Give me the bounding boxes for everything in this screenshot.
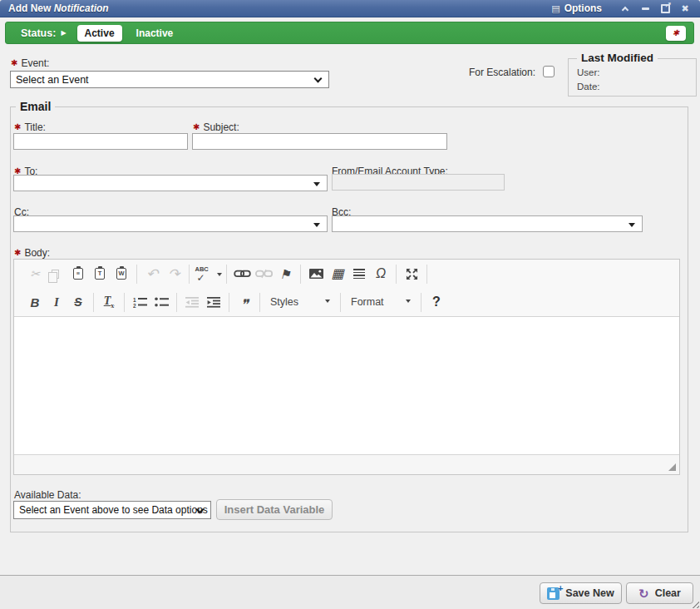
paste-word-icon: W — [116, 268, 126, 280]
dialog-footer: + Save New ↻ Clear — [0, 575, 700, 609]
horizontal-line-button[interactable] — [348, 263, 370, 285]
toolbar-separator — [421, 293, 421, 312]
status-inactive-button[interactable]: Inactive — [136, 27, 174, 39]
subject-label: ✱Subject: — [193, 121, 239, 133]
editor-toolbar-row-2: B I S Tx 12 ❞ Styles Format — [14, 288, 679, 316]
toolbar-separator — [340, 293, 341, 312]
options-button[interactable]: ▤ Options — [551, 2, 602, 14]
paste-plain-text-button[interactable]: T — [89, 263, 111, 285]
cut-button[interactable]: ✂ — [24, 263, 46, 285]
dropdown-arrow-icon — [629, 223, 635, 230]
outdent-icon — [185, 297, 199, 308]
editor-status-bar — [14, 455, 679, 474]
body-editor: ✂ ≡ T W ↶ ↷ ABC✓ ⚑ ▦ — [13, 259, 680, 475]
title-input[interactable] — [13, 133, 188, 150]
insert-image-button[interactable] — [305, 263, 327, 285]
add-new-notification-window: { "ui": { "asterisk": "✱" }, "colors": {… — [0, 0, 700, 609]
table-icon: ▦ — [331, 267, 343, 280]
last-modified-fieldset: Last Modified User: Date: — [568, 58, 697, 97]
remove-format-icon: Tx — [104, 295, 115, 309]
strikethrough-icon: S — [74, 296, 81, 308]
scissors-icon: ✂ — [30, 268, 40, 280]
required-icon: ✱ — [14, 123, 21, 131]
insert-data-variable-button[interactable]: Insert Data Variable — [216, 499, 333, 520]
bold-icon: B — [31, 296, 40, 309]
available-data-label: Available Data: — [14, 489, 81, 501]
save-new-button[interactable]: + Save New — [540, 582, 622, 604]
spellcheck-icon: ABC✓ — [195, 265, 213, 283]
spell-check-button[interactable]: ABC✓ — [194, 263, 222, 285]
copy-button[interactable] — [46, 263, 67, 285]
italic-button[interactable]: I — [46, 291, 67, 313]
svg-text:1: 1 — [133, 297, 136, 303]
last-modified-legend: Last Modified — [577, 52, 658, 64]
blockquote-button[interactable]: ❞ — [234, 291, 255, 313]
popout-button[interactable]: ↗ — [657, 2, 673, 15]
available-data-select-value: Select an Event above to see Data option… — [14, 504, 208, 516]
bcc-combobox[interactable] — [332, 215, 643, 232]
toolbar-separator — [226, 265, 227, 284]
available-data-select[interactable]: Select an Event above to see Data option… — [13, 501, 211, 519]
options-list-icon: ▤ — [551, 4, 560, 13]
remove-format-button[interactable]: Tx — [98, 291, 120, 313]
options-label: Options — [564, 2, 602, 14]
dropdown-caret-icon — [217, 273, 222, 279]
dropdown-arrow-icon — [313, 182, 320, 190]
minimize-icon — [642, 7, 649, 10]
bullet-list-button[interactable] — [150, 291, 172, 313]
close-button[interactable]: ✖ — [677, 2, 693, 15]
toolbar-separator — [229, 293, 229, 312]
paste-button[interactable]: ≡ — [67, 263, 89, 285]
about-help-button[interactable]: ? — [426, 291, 447, 313]
chevron-up-icon — [622, 6, 629, 12]
status-label: Status: — [21, 27, 56, 39]
horizontal-lines-icon — [353, 269, 365, 279]
image-icon — [309, 269, 323, 279]
undo-button[interactable]: ↶ — [141, 263, 163, 285]
clear-button[interactable]: ↻ Clear — [626, 582, 693, 604]
dropdown-caret-icon — [325, 300, 330, 305]
strikethrough-button[interactable]: S — [67, 291, 89, 313]
chevron-down-icon — [314, 75, 323, 83]
quote-icon: ❞ — [240, 298, 248, 312]
editor-toolbar-row-1: ✂ ≡ T W ↶ ↷ ABC✓ ⚑ ▦ — [14, 260, 679, 288]
collapse-button[interactable] — [617, 2, 633, 15]
toolbar-separator — [124, 293, 125, 312]
last-modified-user-label: User: — [577, 67, 599, 77]
paste-text-icon: T — [95, 268, 105, 280]
save-disk-icon: + — [547, 587, 560, 600]
event-select-value: Select an Event — [11, 74, 89, 86]
special-character-button[interactable]: Ω — [370, 263, 392, 285]
cc-combobox[interactable] — [13, 215, 328, 232]
format-combo[interactable]: Format — [345, 292, 417, 312]
for-escalation-label: For Escalation: — [469, 67, 535, 78]
for-escalation-checkbox[interactable] — [543, 66, 555, 77]
refresh-icon: ↻ — [638, 587, 649, 600]
maximize-button[interactable] — [401, 263, 422, 285]
link-button[interactable] — [231, 263, 253, 285]
maximize-arrows-icon — [406, 268, 418, 280]
dropdown-caret-icon — [406, 300, 411, 305]
anchor-button[interactable]: ⚑ — [274, 263, 296, 285]
editor-resize-grip[interactable] — [668, 463, 676, 471]
bold-button[interactable]: B — [24, 291, 46, 313]
numbered-list-button[interactable]: 12 — [129, 291, 150, 313]
paste-from-word-button[interactable]: W — [111, 263, 132, 285]
numbered-list-icon: 12 — [133, 296, 147, 308]
redo-button[interactable]: ↷ — [163, 263, 185, 285]
increase-indent-button[interactable] — [203, 291, 224, 313]
toolbar-separator — [189, 265, 190, 284]
to-combobox[interactable] — [13, 175, 328, 191]
unlink-button[interactable] — [253, 263, 274, 285]
paste-icon: ≡ — [73, 268, 83, 280]
editor-content-area[interactable] — [14, 316, 679, 455]
required-fields-button[interactable]: ✱ — [666, 26, 686, 41]
styles-combo[interactable]: Styles — [264, 292, 336, 312]
minimize-button[interactable] — [637, 2, 653, 15]
insert-table-button[interactable]: ▦ — [327, 263, 348, 285]
status-active-button[interactable]: Active — [77, 25, 122, 42]
subject-input[interactable] — [192, 133, 447, 150]
event-select[interactable]: Select an Event — [10, 71, 329, 88]
decrease-indent-button[interactable] — [181, 291, 203, 313]
styles-combo-label: Styles — [270, 296, 298, 308]
